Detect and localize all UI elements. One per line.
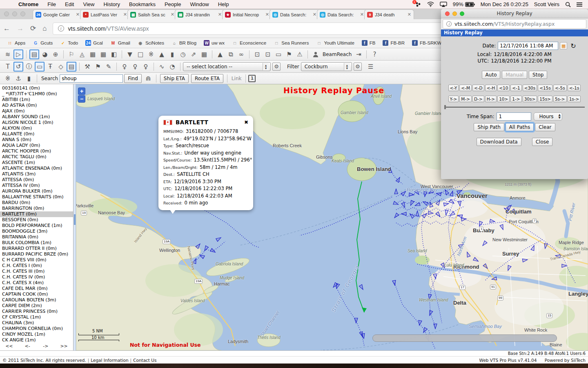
bookmark-item[interactable]: f FB-SRKW — [412, 40, 441, 46]
shape-icon[interactable]: ◇ — [56, 62, 66, 72]
step-back-button[interactable]: <-H — [485, 85, 497, 91]
back-button[interactable]: ← — [3, 25, 10, 33]
layers-icon[interactable]: ≋ — [3, 49, 13, 59]
bookmark-item[interactable]: ◉ SciNotes — [138, 40, 164, 46]
notification-center-icon[interactable] — [577, 2, 582, 7]
bookmark-item[interactable]: M Gmail — [110, 40, 130, 46]
calendar-icon[interactable]: ▦ — [560, 42, 567, 49]
pin-icon[interactable]: Ŧ — [45, 62, 55, 72]
step-forward-button[interactable]: Y-> — [448, 96, 459, 102]
draw-icon[interactable]: ✎ — [104, 62, 114, 72]
text-label-icon[interactable]: T — [3, 62, 13, 72]
step-back-button[interactable]: <15s — [538, 85, 552, 91]
vessel-list-item[interactable]: CAFE DEL MAR (0m) — [0, 286, 73, 292]
vessel-list-item[interactable]: BALLANTYNE STRAITS (0m) — [0, 194, 73, 200]
menubar-clock[interactable]: Mon Dec 26 0:20:25 — [481, 1, 528, 7]
panel-splitter[interactable] — [74, 84, 76, 350]
binoculars-icon[interactable]: ⋒ — [143, 74, 153, 83]
start-replay-icon[interactable]: ▷ — [13, 49, 23, 59]
search-input[interactable] — [60, 74, 123, 83]
ship-anchor-icon[interactable]: ⚓ — [13, 74, 23, 83]
vessel-list-item[interactable]: BARTLETT (0m) — [0, 211, 73, 217]
vessel-list-item[interactable]: ABITIBI (1m) — [0, 97, 73, 103]
menu-help[interactable]: Help — [214, 1, 234, 7]
find-button[interactable]: Find — [124, 74, 142, 83]
vessel-list-item[interactable]: CARRIER PRINCESS (0m) — [0, 309, 73, 314]
time-span-unit-select[interactable]: Hours ▲▼ — [534, 112, 562, 121]
vessel-list-item[interactable]: ASCENTE (1m) — [0, 160, 73, 166]
browser-tab[interactable]: 9 J34 death ✕ — [364, 9, 414, 19]
pager-next[interactable]: -> — [37, 343, 55, 350]
alert-icon[interactable]: ▲ — [157, 49, 167, 59]
beacon-icon[interactable]: ♀ — [130, 62, 140, 72]
vessel-list-item[interactable]: ATLANTIS (3m) — [0, 171, 73, 177]
refresh-icon[interactable]: ↻ — [570, 42, 576, 50]
step-back-button[interactable]: <-5s — [553, 85, 567, 91]
replay-window-titlebar[interactable]: History Replay — [441, 9, 588, 18]
gauge-icon[interactable]: ◔ — [167, 62, 177, 72]
bookmark-item[interactable]: ⌂ BR Blog — [172, 40, 196, 46]
step-forward-button[interactable]: 5s-> — [553, 96, 567, 102]
message-icon[interactable]: ▭ — [274, 49, 283, 59]
reload-button[interactable]: ⟳ — [30, 24, 36, 33]
vessel-list-item[interactable]: CARPE DIEM (2m) — [0, 303, 73, 309]
ship-popup-icon[interactable]: ▭ — [35, 62, 45, 72]
vessel-list-item[interactable]: BESSOFEN (0m) — [0, 217, 73, 223]
voyage-tape-icon[interactable]: ∞ — [236, 49, 246, 59]
tab-close-icon[interactable]: ✕ — [171, 12, 174, 17]
browser-tab[interactable]: * LastPass Ver ✕ — [80, 9, 130, 19]
page-info-icon[interactable]: i — [58, 25, 64, 31]
menu-chrome[interactable]: Chrome — [14, 1, 43, 7]
step-forward-button[interactable]: 10> — [497, 96, 510, 102]
map-zoom-in-button[interactable]: + — [78, 88, 85, 95]
beacon-alt-icon[interactable]: ♀ — [141, 62, 151, 72]
vessel-list-item[interactable]: ARCTIC TAGLU (0m) — [0, 154, 73, 160]
vessel-list-item[interactable]: BRITANNIA (0m) — [0, 234, 73, 240]
step-back-button[interactable]: <-M — [459, 85, 472, 91]
step-back-button[interactable]: <10 — [497, 85, 510, 91]
tab-close-icon[interactable]: ✕ — [218, 12, 222, 17]
step-back-button[interactable]: <-D — [472, 85, 484, 91]
info-icon[interactable]: ⓘ — [24, 62, 34, 72]
step-back-button[interactable]: <-1 — [510, 85, 521, 91]
forward-button[interactable]: → — [17, 25, 24, 33]
tab-close-icon[interactable]: ✕ — [123, 12, 127, 17]
globe-grid-icon[interactable]: ⊕ — [51, 49, 60, 59]
location-settings-icon[interactable]: ⚙ — [272, 63, 281, 71]
pager-prev[interactable]: <- — [18, 343, 37, 350]
export-icon[interactable]: ⊡ — [263, 49, 273, 59]
bookmark-item[interactable]: W uw wx — [204, 40, 225, 46]
step-back-button[interactable]: <30s — [523, 85, 537, 91]
tab-close-icon[interactable]: ✕ — [313, 12, 316, 17]
replay-mode-button[interactable]: Auto — [482, 71, 501, 79]
step-back-button[interactable]: <-1s — [568, 85, 581, 91]
vessel-list-item[interactable]: AQUA LADY (0m) — [0, 143, 73, 148]
close-button[interactable]: Close — [532, 138, 553, 146]
bookmark-item[interactable]: f FB — [362, 40, 376, 46]
vessel-list-item[interactable]: BOOMDOGGLE (3m) — [0, 229, 73, 234]
zoom-window-button[interactable] — [460, 11, 464, 16]
grid-view-icon[interactable]: ▦ — [88, 49, 98, 59]
bookmark-item[interactable]: □ Econscience — [232, 40, 266, 46]
vessel-list-item[interactable]: AURORA BULKER (0m) — [0, 188, 73, 194]
tab-close-icon[interactable]: ✕ — [408, 12, 411, 17]
step-forward-button[interactable]: 1s-> — [568, 96, 581, 102]
vessel-list-item[interactable]: BOLD PERFORMANCE (1m) — [0, 223, 73, 229]
step-forward-button[interactable]: 30s> — [523, 96, 537, 102]
grid-view2-icon[interactable]: ▦ — [98, 49, 108, 59]
menu-edit[interactable]: Edit — [60, 1, 78, 7]
vessel-list-item[interactable]: CHALINA (3m) — [0, 320, 73, 326]
vessel-list-item[interactable]: CAPTAIN COOK (0m) — [0, 292, 73, 297]
warning-icon[interactable]: ⚠ — [295, 49, 305, 59]
vessel-list-item[interactable]: CHAMPION CORNELIA (0m) — [0, 326, 73, 332]
vessel-list-item[interactable]: ALBANY SOUND (1m) — [0, 114, 73, 120]
replay-mode-button[interactable]: Manual — [502, 71, 527, 79]
spotlight-icon[interactable] — [565, 2, 571, 7]
replay-mode-button[interactable]: Stop — [529, 71, 547, 79]
link-label[interactable]: Link — [232, 76, 242, 81]
step-forward-button[interactable]: M-> — [459, 96, 472, 102]
details-list-icon[interactable]: ▤ — [67, 62, 76, 72]
filter-select[interactable]: Cockburn ▲▼ — [301, 62, 352, 71]
vessel-list-item[interactable]: ALISON NICOLE 1 (0m) — [0, 120, 73, 126]
vessel-list-item[interactable]: ARCTIC HOOPER (0m) — [0, 148, 73, 154]
